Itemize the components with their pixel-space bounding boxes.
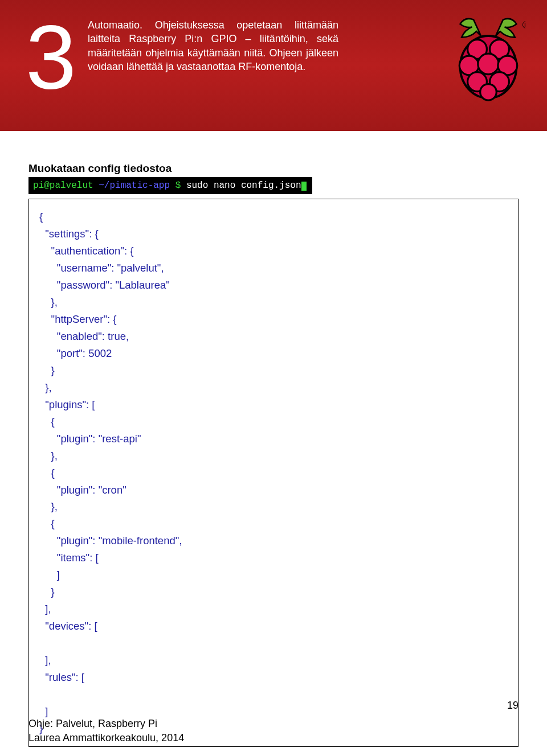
terminal-dollar: $	[175, 180, 181, 191]
svg-point-8	[480, 84, 497, 101]
terminal-path: ~/pimatic-app	[99, 180, 170, 191]
raspberry-pi-logo: ®	[451, 13, 525, 104]
footer-line-2: Laurea Ammattikorkeakoulu, 2014	[28, 731, 184, 745]
svg-point-4	[478, 54, 499, 74]
terminal-command: sudo nano config.json	[186, 180, 301, 191]
cursor-icon	[301, 182, 307, 191]
page-number: 19	[507, 700, 519, 712]
footer-line-1: Ohje: Palvelut, Raspberry Pi	[28, 717, 184, 730]
chapter-number: 3	[26, 16, 76, 98]
header-banner: 3 Automaatio. Ohjeistuksessa opetetaan l…	[0, 0, 547, 131]
trademark-symbol: ®	[522, 19, 525, 31]
config-code-block: { "settings": { "authentication": { "use…	[28, 199, 519, 747]
section-title: Muokataan config tiedostoa	[28, 162, 519, 175]
main-content: Muokataan config tiedostoa pi@palvelut ~…	[0, 131, 547, 756]
footer-block: Ohje: Palvelut, Raspberry Pi Laurea Amma…	[28, 717, 184, 745]
terminal-user: pi@palvelut	[33, 180, 93, 191]
terminal-line: pi@palvelut ~/pimatic-app $ sudo nano co…	[28, 177, 312, 194]
header-description: Automaatio. Ohjeistuksessa opetetaan lii…	[88, 18, 338, 73]
